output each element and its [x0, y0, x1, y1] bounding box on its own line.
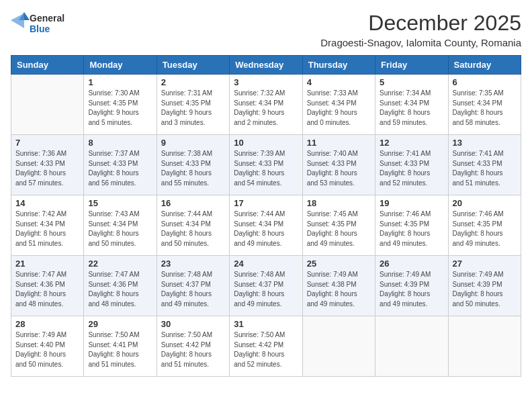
calendar-day-cell: 26Sunrise: 7:49 AM Sunset: 4:39 PM Dayli… — [375, 256, 448, 316]
calendar-day-cell: 29Sunrise: 7:50 AM Sunset: 4:41 PM Dayli… — [84, 316, 157, 377]
calendar-day-cell — [375, 316, 448, 377]
day-number: 13 — [453, 138, 517, 148]
day-number: 6 — [453, 77, 517, 87]
day-info: Sunrise: 7:50 AM Sunset: 4:42 PM Dayligh… — [234, 330, 298, 369]
day-number: 26 — [380, 259, 443, 269]
calendar-day-cell — [11, 75, 84, 135]
day-info: Sunrise: 7:33 AM Sunset: 4:34 PM Dayligh… — [307, 89, 371, 128]
day-number: 11 — [307, 138, 371, 148]
day-number: 21 — [15, 259, 79, 269]
calendar-day-cell — [302, 316, 375, 377]
calendar-day-cell: 23Sunrise: 7:48 AM Sunset: 4:37 PM Dayli… — [157, 256, 229, 316]
calendar-table: SundayMondayTuesdayWednesdayThursdayFrid… — [11, 55, 521, 377]
calendar-day-cell: 3Sunrise: 7:32 AM Sunset: 4:34 PM Daylig… — [230, 75, 302, 135]
day-info: Sunrise: 7:49 AM Sunset: 4:39 PM Dayligh… — [453, 270, 517, 309]
day-number: 16 — [161, 198, 225, 208]
day-number: 8 — [88, 138, 152, 148]
day-info: Sunrise: 7:32 AM Sunset: 4:34 PM Dayligh… — [234, 89, 298, 128]
weekday-header-tuesday: Tuesday — [157, 56, 229, 75]
day-number: 24 — [234, 259, 298, 269]
weekday-header-sunday: Sunday — [11, 56, 84, 75]
day-number: 12 — [380, 138, 443, 148]
weekday-header-monday: Monday — [84, 56, 157, 75]
day-number: 25 — [307, 259, 371, 269]
day-number: 9 — [161, 138, 225, 148]
calendar-day-cell: 6Sunrise: 7:35 AM Sunset: 4:34 PM Daylig… — [448, 75, 521, 135]
logo: General Blue — [11, 11, 71, 35]
day-number: 7 — [15, 138, 79, 148]
calendar-day-cell: 20Sunrise: 7:46 AM Sunset: 4:35 PM Dayli… — [448, 195, 521, 256]
day-number: 20 — [453, 198, 517, 208]
calendar-day-cell: 22Sunrise: 7:47 AM Sunset: 4:36 PM Dayli… — [84, 256, 157, 316]
weekday-header-wednesday: Wednesday — [230, 56, 302, 75]
calendar-day-cell: 17Sunrise: 7:44 AM Sunset: 4:34 PM Dayli… — [230, 195, 302, 256]
day-info: Sunrise: 7:48 AM Sunset: 4:37 PM Dayligh… — [161, 270, 225, 309]
day-number: 31 — [234, 319, 298, 329]
calendar-day-cell: 1Sunrise: 7:30 AM Sunset: 4:35 PM Daylig… — [84, 75, 157, 135]
day-number: 22 — [88, 259, 152, 269]
svg-text:General: General — [30, 13, 64, 24]
weekday-header-saturday: Saturday — [448, 56, 521, 75]
day-info: Sunrise: 7:34 AM Sunset: 4:34 PM Dayligh… — [380, 89, 443, 128]
day-info: Sunrise: 7:44 AM Sunset: 4:34 PM Dayligh… — [161, 210, 225, 248]
day-number: 18 — [307, 198, 371, 208]
month-title: December 2025 — [320, 11, 521, 36]
day-info: Sunrise: 7:30 AM Sunset: 4:35 PM Dayligh… — [88, 89, 152, 128]
day-number: 14 — [15, 198, 79, 208]
calendar-day-cell: 16Sunrise: 7:44 AM Sunset: 4:34 PM Dayli… — [157, 195, 229, 256]
day-info: Sunrise: 7:49 AM Sunset: 4:39 PM Dayligh… — [380, 270, 443, 309]
calendar-day-cell: 18Sunrise: 7:45 AM Sunset: 4:35 PM Dayli… — [302, 195, 375, 256]
calendar-week-row: 1Sunrise: 7:30 AM Sunset: 4:35 PM Daylig… — [11, 75, 521, 135]
day-info: Sunrise: 7:41 AM Sunset: 4:33 PM Dayligh… — [380, 149, 443, 188]
day-number: 17 — [234, 198, 298, 208]
calendar-week-row: 7Sunrise: 7:36 AM Sunset: 4:33 PM Daylig… — [11, 135, 521, 195]
weekday-header-friday: Friday — [375, 56, 448, 75]
weekday-header-row: SundayMondayTuesdayWednesdayThursdayFrid… — [11, 56, 521, 75]
calendar-day-cell: 21Sunrise: 7:47 AM Sunset: 4:36 PM Dayli… — [11, 256, 84, 316]
day-info: Sunrise: 7:50 AM Sunset: 4:42 PM Dayligh… — [161, 330, 225, 369]
day-info: Sunrise: 7:46 AM Sunset: 4:35 PM Dayligh… — [453, 210, 517, 248]
calendar-week-row: 14Sunrise: 7:42 AM Sunset: 4:34 PM Dayli… — [11, 195, 521, 256]
weekday-header-thursday: Thursday — [302, 56, 375, 75]
day-number: 10 — [234, 138, 298, 148]
location-title: Dragoesti-Snagov, Ialomita County, Roman… — [320, 37, 521, 48]
calendar-day-cell: 28Sunrise: 7:49 AM Sunset: 4:40 PM Dayli… — [11, 316, 84, 377]
calendar-day-cell: 2Sunrise: 7:31 AM Sunset: 4:35 PM Daylig… — [157, 75, 229, 135]
calendar-day-cell: 10Sunrise: 7:39 AM Sunset: 4:33 PM Dayli… — [230, 135, 302, 195]
calendar-day-cell: 4Sunrise: 7:33 AM Sunset: 4:34 PM Daylig… — [302, 75, 375, 135]
calendar-day-cell: 27Sunrise: 7:49 AM Sunset: 4:39 PM Dayli… — [448, 256, 521, 316]
day-number: 28 — [15, 319, 79, 329]
svg-text:Blue: Blue — [30, 24, 50, 34]
day-info: Sunrise: 7:42 AM Sunset: 4:34 PM Dayligh… — [15, 210, 79, 248]
calendar-day-cell — [448, 316, 521, 377]
day-number: 27 — [453, 259, 517, 269]
calendar-day-cell: 25Sunrise: 7:49 AM Sunset: 4:38 PM Dayli… — [302, 256, 375, 316]
day-info: Sunrise: 7:40 AM Sunset: 4:33 PM Dayligh… — [307, 149, 371, 188]
page-header: General Blue December 2025 Dragoesti-Sna… — [11, 11, 521, 48]
day-number: 19 — [380, 198, 443, 208]
calendar-day-cell: 15Sunrise: 7:43 AM Sunset: 4:34 PM Dayli… — [84, 195, 157, 256]
day-info: Sunrise: 7:44 AM Sunset: 4:34 PM Dayligh… — [234, 210, 298, 248]
calendar-day-cell: 9Sunrise: 7:38 AM Sunset: 4:33 PM Daylig… — [157, 135, 229, 195]
day-info: Sunrise: 7:45 AM Sunset: 4:35 PM Dayligh… — [307, 210, 371, 248]
day-info: Sunrise: 7:47 AM Sunset: 4:36 PM Dayligh… — [88, 270, 152, 309]
day-info: Sunrise: 7:46 AM Sunset: 4:35 PM Dayligh… — [380, 210, 443, 248]
calendar-day-cell: 14Sunrise: 7:42 AM Sunset: 4:34 PM Dayli… — [11, 195, 84, 256]
calendar-day-cell: 5Sunrise: 7:34 AM Sunset: 4:34 PM Daylig… — [375, 75, 448, 135]
day-number: 30 — [161, 319, 225, 329]
day-info: Sunrise: 7:37 AM Sunset: 4:33 PM Dayligh… — [88, 149, 152, 188]
day-number: 23 — [161, 259, 225, 269]
day-number: 2 — [161, 77, 225, 87]
day-info: Sunrise: 7:31 AM Sunset: 4:35 PM Dayligh… — [161, 89, 225, 128]
calendar-day-cell: 31Sunrise: 7:50 AM Sunset: 4:42 PM Dayli… — [230, 316, 302, 377]
day-number: 4 — [307, 77, 371, 87]
calendar-day-cell: 13Sunrise: 7:41 AM Sunset: 4:33 PM Dayli… — [448, 135, 521, 195]
calendar-day-cell: 11Sunrise: 7:40 AM Sunset: 4:33 PM Dayli… — [302, 135, 375, 195]
day-number: 1 — [88, 77, 152, 87]
day-info: Sunrise: 7:49 AM Sunset: 4:38 PM Dayligh… — [307, 270, 371, 309]
calendar-day-cell: 8Sunrise: 7:37 AM Sunset: 4:33 PM Daylig… — [84, 135, 157, 195]
day-info: Sunrise: 7:50 AM Sunset: 4:41 PM Dayligh… — [88, 330, 152, 369]
day-info: Sunrise: 7:35 AM Sunset: 4:34 PM Dayligh… — [453, 89, 517, 128]
calendar-week-row: 21Sunrise: 7:47 AM Sunset: 4:36 PM Dayli… — [11, 256, 521, 316]
day-number: 29 — [88, 319, 152, 329]
